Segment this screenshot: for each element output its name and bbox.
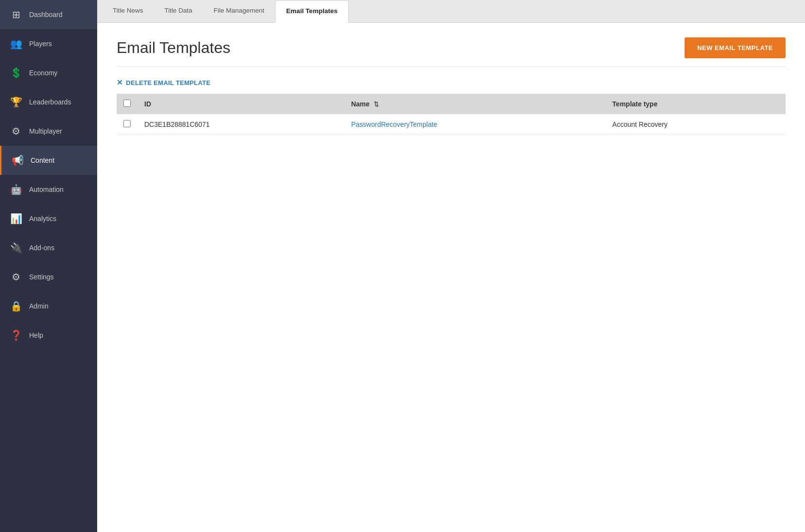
table-row: DC3E1B28881C6071 PasswordRecoveryTemplat… [117,114,786,135]
sidebar-item-content[interactable]: 📢 Content [0,146,97,175]
sort-icon: ⇅ [374,101,379,108]
sidebar-item-admin[interactable]: 🔒 Admin [0,292,97,321]
help-icon: ❓ [10,329,22,341]
sidebar-label-admin: Admin [29,302,49,310]
sidebar-item-economy[interactable]: 💲 Economy [0,58,97,87]
row-checkbox-cell [117,114,137,135]
sidebar-label-economy: Economy [29,69,57,77]
close-icon: ✕ [117,78,123,87]
email-templates-table: ID Name ⇅ Template type DC3E1B28881C6071… [117,94,786,135]
analytics-icon: 📊 [10,213,22,224]
tab-title-data[interactable]: Title Data [154,0,203,22]
row-checkbox[interactable] [123,120,131,127]
sidebar-label-dashboard: Dashboard [29,11,63,18]
sidebar-label-help: Help [29,331,43,339]
sidebar-label-multiplayer: Multiplayer [29,127,62,135]
sidebar-label-analytics: Analytics [29,215,56,223]
sidebar-item-settings[interactable]: ⚙ Settings [0,262,97,292]
multiplayer-icon: ⚙ [10,125,22,137]
new-email-template-button[interactable]: NEW EMAIL TEMPLATE [685,37,786,58]
leaderboards-icon: 🏆 [10,96,22,108]
col-header-name[interactable]: Name ⇅ [344,94,606,114]
sidebar-label-leaderboards: Leaderboards [29,98,71,106]
row-template-type: Account Recovery [605,114,786,135]
sidebar-label-players: Players [29,40,52,48]
page-title: Email Templates [117,39,230,57]
content-icon: 📢 [11,154,24,166]
dashboard-icon: ⊞ [10,9,22,20]
row-name[interactable]: PasswordRecoveryTemplate [344,114,606,135]
table-header-row: ID Name ⇅ Template type [117,94,786,114]
economy-icon: 💲 [10,67,22,79]
tab-file-management[interactable]: File Management [203,0,275,22]
name-label: Name [351,100,370,108]
col-header-id: ID [137,94,344,114]
main-area: Title NewsTitle DataFile ManagementEmail… [97,0,805,532]
page-header: Email Templates NEW EMAIL TEMPLATE [117,37,786,67]
col-header-template-type: Template type [605,94,786,114]
row-id: DC3E1B28881C6071 [137,114,344,135]
delete-email-template-link[interactable]: ✕ DELETE EMAIL TEMPLATE [117,78,786,87]
tab-bar: Title NewsTitle DataFile ManagementEmail… [97,0,805,23]
sidebar-item-multiplayer[interactable]: ⚙ Multiplayer [0,117,97,146]
sidebar-item-add-ons[interactable]: 🔌 Add-ons [0,233,97,262]
sidebar-item-leaderboards[interactable]: 🏆 Leaderboards [0,87,97,117]
content-area: Email Templates NEW EMAIL TEMPLATE ✕ DEL… [97,23,805,532]
tab-email-templates[interactable]: Email Templates [275,0,349,23]
sidebar-item-analytics[interactable]: 📊 Analytics [0,204,97,233]
select-all-header [117,94,137,114]
add-ons-icon: 🔌 [10,242,22,254]
sidebar-label-automation: Automation [29,186,64,193]
sidebar-item-help[interactable]: ❓ Help [0,321,97,350]
sidebar-label-add-ons: Add-ons [29,244,54,252]
automation-icon: 🤖 [10,184,22,195]
sidebar-label-content: Content [31,156,54,164]
select-all-checkbox[interactable] [123,100,131,107]
sidebar-item-automation[interactable]: 🤖 Automation [0,175,97,204]
tab-title-news[interactable]: Title News [102,0,154,22]
admin-icon: 🔒 [10,300,22,312]
sidebar: ⊞ Dashboard 👥 Players 💲 Economy 🏆 Leader… [0,0,97,532]
sidebar-label-settings: Settings [29,273,54,281]
template-name-link[interactable]: PasswordRecoveryTemplate [351,120,437,128]
delete-label: DELETE EMAIL TEMPLATE [126,79,210,86]
players-icon: 👥 [10,38,22,50]
sidebar-item-dashboard[interactable]: ⊞ Dashboard [0,0,97,29]
sidebar-item-players[interactable]: 👥 Players [0,29,97,58]
settings-icon: ⚙ [10,271,22,283]
